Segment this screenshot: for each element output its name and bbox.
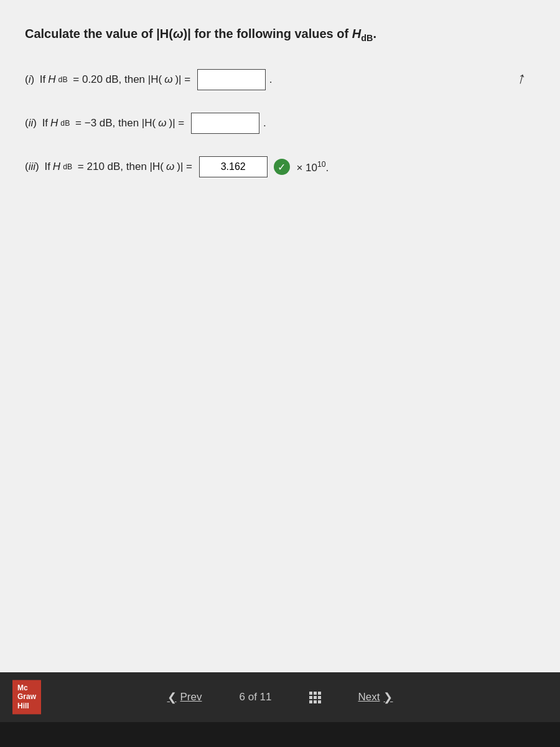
total-pages: 11 [260, 691, 272, 703]
current-page: 6 [239, 691, 245, 703]
next-label: Next [358, 691, 380, 703]
next-button[interactable]: Next ❯ [358, 690, 393, 704]
answer-input-iii[interactable] [199, 156, 268, 177]
of-separator: of [248, 691, 260, 703]
answer-input-i[interactable] [197, 69, 266, 90]
correct-check-icon: ✓ [274, 159, 290, 175]
question-iii: (iii) If HdB = 210 dB, then |H(ω)| = ✓ ×… [25, 156, 535, 177]
bottom-bar: Mc Graw Hill ❮ Prev 6 of 11 Next ❯ [0, 672, 560, 722]
mcgrawhill-logo: Mc Graw Hill [12, 680, 41, 714]
question-ii: (ii) If HdB = −3 dB, then |H(ω)| = . [25, 113, 535, 134]
question-ii-period: . [263, 117, 266, 129]
prev-button[interactable]: ❮ Prev [167, 690, 202, 704]
question-title: Calculate the value of |H(ω)| for the fo… [25, 25, 535, 44]
question-iii-suffix: × 1010. [294, 160, 329, 174]
question-ii-label: (ii) [25, 117, 37, 129]
answer-input-ii[interactable] [191, 113, 259, 134]
prev-label: Prev [180, 691, 202, 703]
question-i: (i) If HdB = 0.20 dB, then |H(ω)| = . [25, 69, 535, 90]
next-arrow-icon: ❯ [383, 690, 393, 704]
question-i-label: (i) [25, 73, 34, 86]
prev-arrow-icon: ❮ [167, 690, 177, 704]
grid-nav-icon[interactable] [309, 692, 321, 703]
taskbar [0, 722, 560, 747]
page-indicator: 6 of 11 [239, 691, 271, 703]
question-i-period: . [269, 73, 273, 86]
question-iii-label: (iii) [25, 161, 39, 173]
main-content: Calculate the value of |H(ω)| for the fo… [0, 0, 560, 672]
